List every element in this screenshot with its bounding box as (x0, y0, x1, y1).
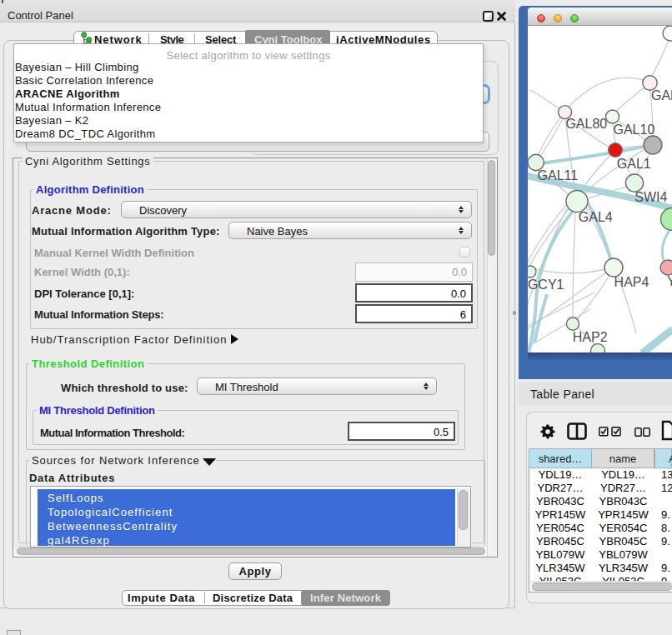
svg-text:GAL10: GAL10 (614, 122, 655, 137)
svg-text:GAL80: GAL80 (565, 117, 607, 131)
svg-text:GAL: GAL (651, 88, 672, 102)
svg-text:GCY1: GCY1 (528, 278, 564, 292)
svg-text:HAP2: HAP2 (573, 330, 608, 344)
svg-text:Y: Y (667, 274, 672, 288)
svg-text:SWI4: SWI4 (634, 190, 667, 204)
svg-text:GAL11: GAL11 (538, 168, 579, 182)
svg-text:HAP4: HAP4 (614, 275, 649, 289)
svg-text:GAL1: GAL1 (617, 157, 651, 171)
svg-text:GAL4: GAL4 (579, 210, 613, 224)
